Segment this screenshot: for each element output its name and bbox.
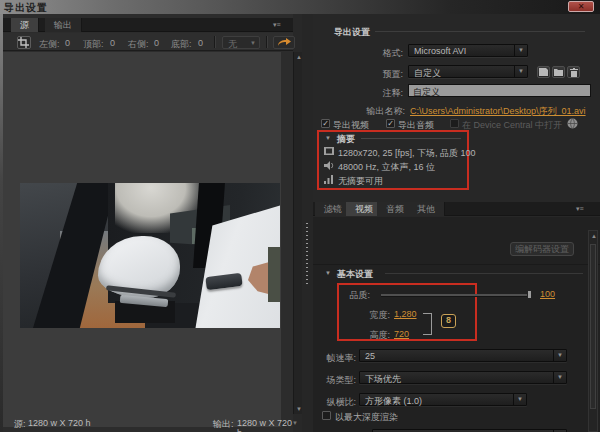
quality-slider-handle[interactable] <box>527 290 532 299</box>
crop-top-value[interactable]: 0 <box>110 38 115 48</box>
globe-icon[interactable] <box>567 118 578 129</box>
width-value[interactable]: 1,280 <box>394 309 417 319</box>
window-title: 导出设置 <box>4 1 48 15</box>
source-size-value: 1280 w X 720 h <box>28 418 91 428</box>
quality-slider[interactable] <box>381 294 531 296</box>
save-preset-button[interactable] <box>537 66 550 78</box>
output-size-label: 输出: <box>213 418 234 431</box>
scrollbar-thumb[interactable] <box>590 244 596 409</box>
save-icon <box>539 68 548 76</box>
close-button[interactable]: ✕ <box>568 1 594 12</box>
source-toolbar: 左侧: 0 顶部: 0 右侧: 0 底部: 0 无 ▼ <box>3 33 293 51</box>
format-value: Microsoft AVI <box>414 46 466 56</box>
tab-output[interactable]: 输出 <box>45 18 82 32</box>
quality-value[interactable]: 100 <box>540 289 555 299</box>
preset-value: 自定义 <box>414 67 441 80</box>
divider <box>361 138 461 139</box>
preset-select[interactable]: 自定义 ▼ <box>408 65 528 78</box>
format-select[interactable]: Microsoft AVI ▼ <box>408 44 528 57</box>
divider <box>375 31 585 32</box>
crop-bottom-value[interactable]: 0 <box>198 38 203 48</box>
comment-input[interactable]: 自定义 <box>408 84 591 97</box>
tab-source[interactable]: 源 <box>11 18 39 32</box>
field-type-value: 下场优先 <box>365 373 401 386</box>
scroll-up-icon[interactable]: ▲ <box>591 233 597 239</box>
crop-proportions-select[interactable]: 无 ▼ <box>222 36 260 49</box>
disclosure-triangle-icon[interactable]: ▼ <box>325 270 331 276</box>
crop-proportions-value: 无 <box>228 38 237 51</box>
source-preview-panel: 源 输出 ▾≡ 左侧: 0 顶部: 0 右侧: 0 底部: 0 无 ▼ <box>3 14 293 432</box>
output-name-link[interactable]: C:\Users\Administrator\Desktop\序列_01.avi <box>410 105 586 118</box>
device-central-label: 在 Device Central 中打开 <box>462 119 562 132</box>
height-value[interactable]: 720 <box>394 329 409 339</box>
summary-header: 摘要 <box>337 133 355 146</box>
preview-image <box>20 183 280 328</box>
chevron-down-icon[interactable]: ▼ <box>292 420 298 426</box>
crop-bottom-label: 底部: <box>171 38 192 51</box>
bitrate-summary-icon <box>324 175 334 184</box>
codec-settings-button[interactable]: 编解码器设置 <box>510 242 574 256</box>
tab-others[interactable]: 其他 <box>408 202 445 216</box>
video-summary-icon <box>324 147 334 155</box>
export-settings-dialog: 导出设置 ✕ 源 输出 ▾≡ 左侧: 0 顶部: 0 右侧: 0 底部: 0 <box>0 0 600 432</box>
device-central-checkbox[interactable] <box>450 119 459 128</box>
height-label: 高度: <box>348 329 390 342</box>
send-to-queue-button[interactable] <box>273 36 295 49</box>
constrain-proportions-button[interactable]: 8 <box>441 314 456 328</box>
source-tab-bar: 源 输出 ▾≡ <box>3 18 293 32</box>
source-size-label: 源: <box>14 418 26 431</box>
source-scrollbar[interactable]: ▲ ▼ <box>293 52 302 414</box>
chevron-down-icon: ▼ <box>513 394 526 405</box>
toolbar-separator <box>214 36 215 48</box>
source-status-bar: 源: 1280 w X 720 h 输出: 1280 w X 720 h ▼ <box>3 418 293 432</box>
frame-rate-select[interactable]: 25 ▼ <box>359 349 567 362</box>
crop-left-label: 左侧: <box>39 38 60 51</box>
chain-link-icon: 8 <box>446 315 451 325</box>
panel-splitter[interactable] <box>302 14 313 432</box>
max-depth-label: 以最大深度渲染 <box>335 411 398 424</box>
basic-settings-header: 基本设置 <box>337 268 373 281</box>
divider <box>313 264 600 265</box>
summary-video-line: 1280x720, 25 [fps], 下场, 品质 100 <box>338 147 476 160</box>
comment-value: 自定义 <box>413 86 440 99</box>
splitter-grip-icon <box>306 223 308 287</box>
settings-tab-bar: 滤镜 视频 音频 其他 ▾≡ <box>313 202 600 216</box>
chevron-down-icon: ▼ <box>514 66 527 77</box>
chevron-down-icon: ▼ <box>514 45 527 56</box>
preset-label: 预置: <box>353 68 403 81</box>
window-title-bar: 导出设置 ✕ <box>0 0 600 14</box>
audio-summary-icon <box>324 161 334 170</box>
export-audio-checkbox[interactable]: ✓ <box>386 119 395 128</box>
width-label: 宽度: <box>348 309 390 322</box>
chevron-down-icon: ▼ <box>553 372 566 383</box>
panel-menu-icon[interactable]: ▾≡ <box>273 21 287 29</box>
import-preset-button[interactable] <box>552 66 565 78</box>
preview-viewport <box>3 52 281 427</box>
export-settings-header: 导出设置 <box>334 26 370 39</box>
field-type-label: 场类型: <box>318 374 356 387</box>
settings-scrollbar[interactable]: ▲ <box>588 230 598 432</box>
curved-arrow-icon <box>277 38 291 47</box>
crop-top-label: 顶部: <box>83 38 104 51</box>
output-name-label: 输出名称: <box>343 105 405 118</box>
quality-label: 品质: <box>328 289 370 302</box>
divider <box>385 273 583 274</box>
delete-preset-button[interactable] <box>567 66 580 78</box>
export-video-checkbox[interactable]: ✓ <box>321 119 330 128</box>
frame-rate-value: 25 <box>365 351 375 361</box>
photo-sleeve <box>268 247 280 302</box>
toolbar-separator <box>266 36 267 48</box>
aspect-ratio-label: 纵横比: <box>318 396 356 409</box>
disclosure-triangle-icon[interactable]: ▼ <box>325 135 331 141</box>
comment-label: 注释: <box>353 87 403 100</box>
crop-button[interactable] <box>17 36 31 49</box>
max-depth-checkbox[interactable] <box>322 411 331 420</box>
field-type-select[interactable]: 下场优先 ▼ <box>359 371 567 384</box>
crop-left-value[interactable]: 0 <box>65 38 70 48</box>
aspect-ratio-select[interactable]: 方形像素 (1.0) ▼ <box>359 393 527 406</box>
output-size-value: 1280 w X 720 h <box>237 418 293 432</box>
format-label: 格式: <box>353 47 403 60</box>
crop-icon <box>18 37 30 48</box>
panel-menu-icon[interactable]: ▾≡ <box>576 205 590 213</box>
crop-right-value[interactable]: 0 <box>154 38 159 48</box>
